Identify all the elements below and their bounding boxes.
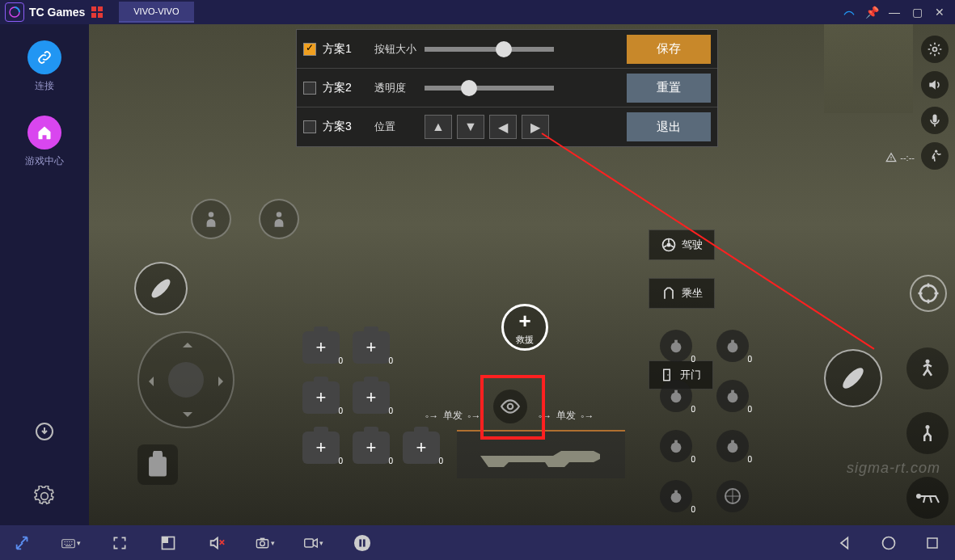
record-icon[interactable]: ▾ [304,533,323,553]
fire-mode-left[interactable]: ◦→单发◦→ [425,409,481,423]
arrow-down-button[interactable]: ▼ [457,115,484,139]
plan1-checkbox[interactable] [303,43,316,56]
medkit-slot[interactable]: +0 [353,331,390,364]
warning-icon [885,152,897,163]
rescue-button[interactable]: + 救援 [501,304,548,351]
grenade-slot[interactable] [716,480,749,512]
svg-point-6 [209,212,214,217]
svg-point-18 [728,392,738,402]
maximize-icon[interactable]: ▢ [910,5,924,19]
fullscreen-icon[interactable] [110,533,129,553]
svg-rect-38 [260,537,265,540]
grid-icon[interactable] [91,6,103,18]
mic-icon[interactable] [921,107,949,134]
svg-point-7 [277,212,282,217]
medkit-slot[interactable]: +0 [302,432,340,464]
backpack-button[interactable] [137,444,178,485]
aim-button[interactable] [910,275,947,312]
bottombar: ▾ ▾ ▾ [0,525,955,560]
medkit-slot[interactable]: +0 [302,381,340,414]
grenade-slot[interactable]: 0 [716,330,749,362]
fire-button-left[interactable] [134,262,188,315]
grenade-slot[interactable]: 0 [716,380,749,412]
grenade-slot[interactable]: 0 [660,330,692,362]
gear-icon[interactable] [32,483,57,509]
svg-point-4 [935,150,937,153]
save-button[interactable]: 保存 [627,35,711,64]
sidebar-item-gamecenter[interactable]: 游戏中心 [25,116,64,168]
seat2-button[interactable] [259,199,299,239]
highlight-line [541,133,874,350]
svg-point-27 [840,365,867,392]
exit-button[interactable]: 退出 [627,112,711,141]
watermark: sigma-rt.com [847,460,940,477]
size-slider[interactable] [425,47,554,52]
svg-point-2 [933,48,937,52]
medkit-slot[interactable]: +0 [403,432,440,464]
keyboard-icon[interactable]: ▾ [61,533,81,553]
sidebar-item-connect[interactable]: 连接 [27,40,61,93]
sidebar-item-label: 游戏中心 [25,154,64,168]
svg-point-9 [667,243,671,247]
medkit-slot[interactable]: +0 [353,381,390,414]
svg-rect-23 [731,440,734,444]
arrow-up-button[interactable]: ▲ [425,115,452,139]
plan3-label: 方案3 [323,120,363,134]
seat1-button[interactable] [191,199,231,239]
medkit-slot[interactable]: +0 [302,331,340,364]
ping-value: --:-- [900,153,915,162]
medkit-slot[interactable]: +0 [353,432,390,464]
grenade-slot[interactable]: 0 [660,430,692,462]
grenade-slot[interactable]: 0 [660,380,692,412]
svg-point-30 [926,425,930,429]
fire-button-right[interactable] [824,349,882,407]
svg-point-29 [926,360,930,364]
grenade-grid: 0 0 0 0 0 0 0 [660,330,754,517]
sound-icon[interactable] [921,71,949,99]
svg-point-16 [671,392,682,402]
svg-rect-25 [674,491,678,495]
jump-button[interactable] [906,347,949,389]
arrow-left-button[interactable]: ◀ [489,115,517,139]
game-gear-icon[interactable] [921,36,949,63]
reset-button[interactable]: 重置 [627,74,711,103]
ride-label: 乘坐 [682,286,703,301]
window-icon[interactable] [158,533,178,553]
pause-icon[interactable] [353,533,372,553]
nav-home-icon[interactable] [879,533,898,553]
mute-icon[interactable] [207,533,226,553]
grenade-slot[interactable]: 0 [660,480,692,512]
nav-recent-icon[interactable] [923,533,942,553]
close-icon[interactable]: ✕ [932,5,947,19]
drive-label: 驾驶 [682,238,703,252]
nav-back-icon[interactable] [835,533,855,553]
pin-icon[interactable]: 📌 [864,5,879,19]
boost-icon[interactable] [842,5,856,19]
svg-point-43 [883,537,895,549]
grenade-slot[interactable]: 0 [716,430,749,462]
run-icon[interactable] [921,142,949,170]
plan2-checkbox[interactable] [303,82,316,95]
position-label: 位置 [374,120,420,134]
minimize-icon[interactable]: — [887,5,902,19]
download-icon[interactable] [32,419,57,444]
opacity-slider[interactable] [425,86,554,91]
svg-point-22 [728,442,738,453]
crouch-button[interactable] [906,412,949,454]
plan3-checkbox[interactable] [303,120,316,133]
ride-button[interactable]: 乘坐 [649,278,715,309]
drive-button[interactable]: 驾驶 [649,229,715,260]
minimap[interactable] [824,24,913,113]
titlebar: TC Games VIVO-VIVO 📌 — ▢ ✕ [0,0,955,24]
device-tab[interactable]: VIVO-VIVO [119,2,193,23]
btn-size-label: 按钮大小 [374,42,420,57]
screenshot-icon[interactable]: ▾ [256,533,275,553]
rescue-label: 救援 [516,334,534,346]
prone-button[interactable] [906,477,949,519]
move-joystick[interactable] [137,331,235,428]
svg-rect-21 [674,440,678,444]
link-icon [27,40,61,74]
fire-mode-right[interactable]: ◦→单发◦→ [539,409,594,423]
svg-rect-39 [305,539,314,547]
collapse-icon[interactable] [13,533,32,553]
